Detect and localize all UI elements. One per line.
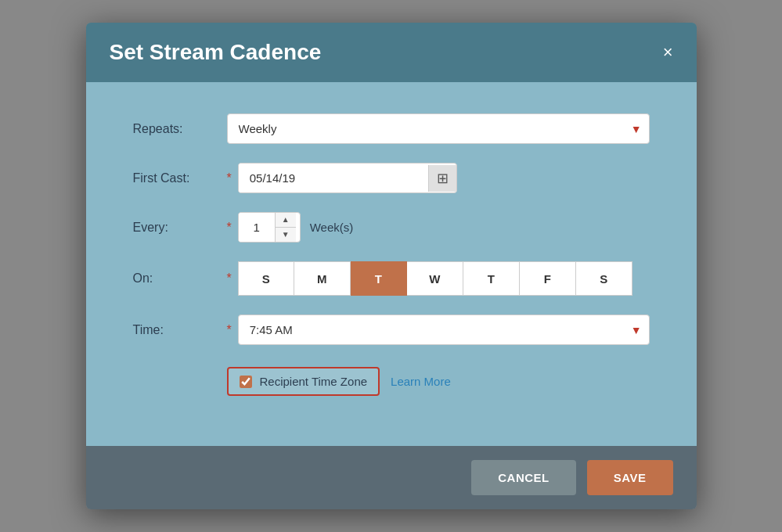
time-label: Time: [133,323,227,337]
first-cast-row: First Cast: * 05/14/19 ⊞ [133,163,650,193]
timezone-control: Recipient Time Zone Learn More [227,364,650,396]
time-select[interactable]: 7:00 AM 7:15 AM 7:30 AM 7:45 AM 8:00 AM [238,315,650,345]
spinner-buttons: ▲ ▼ [275,213,296,242]
spinner-down-button[interactable]: ▼ [276,228,296,242]
day-button-sat[interactable]: S [576,261,632,296]
every-required-star: * [227,221,232,235]
cancel-button[interactable]: CANCEL [471,460,576,495]
first-cast-required-star: * [227,171,232,185]
date-input-wrapper: 05/14/19 ⊞ [238,163,457,193]
timezone-label-text: Recipient Time Zone [260,375,368,388]
on-control: * S M T W T F S [227,261,650,296]
time-row: Time: * 7:00 AM 7:15 AM 7:30 AM 7:45 AM … [133,315,650,345]
timezone-checkbox-label[interactable]: Recipient Time Zone [227,367,380,396]
time-required-star: * [227,323,232,337]
day-button-fri[interactable]: F [520,261,576,296]
day-buttons-group: S M T W T F S [238,261,632,296]
day-button-mon[interactable]: M [294,261,351,296]
timezone-row: Recipient Time Zone Learn More [133,364,650,396]
timezone-inner-row: Recipient Time Zone Learn More [227,367,451,396]
time-select-wrapper: 7:00 AM 7:15 AM 7:30 AM 7:45 AM 8:00 AM … [238,315,650,345]
set-stream-cadence-dialog: Set Stream Cadence × Repeats: Weekly Dai… [86,23,697,509]
repeats-select-wrapper: Weekly Daily Monthly ▼ [227,113,650,144]
calendar-button[interactable]: ⊞ [428,165,456,192]
save-button[interactable]: SAVE [587,460,673,495]
every-input[interactable]: 1 [239,213,275,242]
repeats-control: Weekly Daily Monthly ▼ [227,113,650,144]
on-required-star: * [227,271,232,286]
every-spinner-wrapper: 1 ▲ ▼ [238,212,301,243]
repeats-row: Repeats: Weekly Daily Monthly ▼ [133,113,650,144]
spinner-up-button[interactable]: ▲ [276,213,296,228]
day-button-tue[interactable]: T [351,261,407,296]
dialog-footer: CANCEL SAVE [86,446,697,509]
learn-more-link[interactable]: Learn More [391,375,451,388]
repeats-label: Repeats: [133,122,227,136]
dialog-header: Set Stream Cadence × [86,23,697,82]
first-cast-label: First Cast: [133,171,227,185]
date-input[interactable]: 05/14/19 [239,164,428,192]
every-control: * 1 ▲ ▼ Week(s) [227,212,650,243]
day-button-thu[interactable]: T [463,261,520,296]
close-button[interactable]: × [663,44,673,61]
timezone-checkbox[interactable] [240,376,252,388]
every-row: Every: * 1 ▲ ▼ Week(s) [133,212,650,243]
dialog-title: Set Stream Cadence [110,40,322,65]
first-cast-control: * 05/14/19 ⊞ [227,163,650,193]
every-unit-label: Week(s) [310,221,354,234]
repeats-select[interactable]: Weekly Daily Monthly [227,113,650,144]
day-button-wed[interactable]: W [407,261,463,296]
every-label: Every: [133,221,227,235]
on-label: On: [133,271,227,286]
on-row: On: * S M T W T F S [133,261,650,296]
dialog-body: Repeats: Weekly Daily Monthly ▼ First Ca… [86,82,697,446]
time-control: * 7:00 AM 7:15 AM 7:30 AM 7:45 AM 8:00 A… [227,315,650,345]
day-button-sun[interactable]: S [238,261,294,296]
